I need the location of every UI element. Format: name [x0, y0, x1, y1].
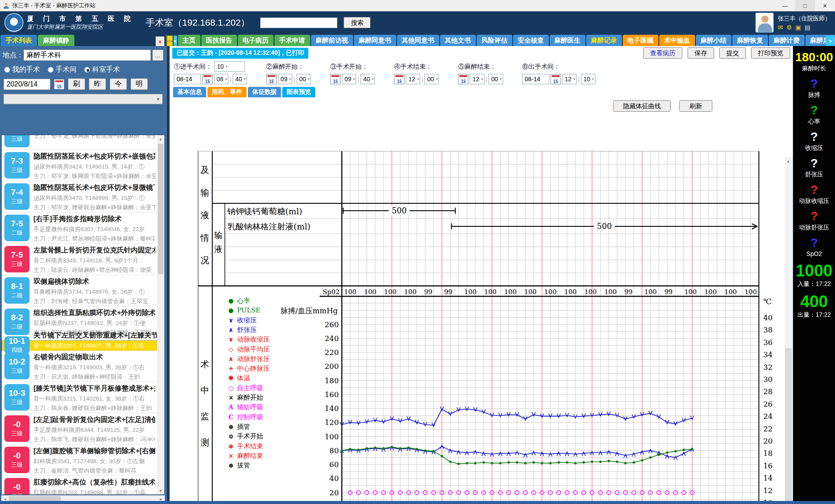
time-group: ③手术开始：1509▾:40▾	[330, 61, 375, 84]
scope-radio-group: 我的手术手术间科室手术	[0, 63, 166, 75]
calendar-icon[interactable]: 15	[394, 74, 404, 84]
calendar-icon[interactable]: 15	[458, 74, 468, 84]
tab-麻醉医生[interactable]: 麻醉医生	[550, 35, 585, 46]
date-button-刷[interactable]: 刷	[68, 78, 85, 90]
date-button-今[interactable]: 今	[110, 78, 127, 90]
surgery-list-item[interactable]: -0二级肛瘘切除术+高位（复杂性）肛瘘挂线术肛肠科病房N203, T149098…	[2, 476, 157, 495]
minute-select[interactable]: 10▾	[581, 74, 595, 84]
surgery-list-item[interactable]: -0三级[左侧]腹腔镜下单侧输卵管切除术+[右侧]妇科病房3541, T1274…	[2, 444, 157, 476]
sidebar-close-icon[interactable]: x	[156, 36, 164, 46]
nav-more-button[interactable]: ⋯	[167, 36, 173, 46]
scroll-up-icon[interactable]: ▲	[157, 135, 164, 143]
maximize-button[interactable]: □	[795, 0, 815, 11]
surgery-sidebar: 手术列表 麻醉镇静 x 地点： … 我的手术手术间科室手术 2020/8/14 …	[0, 34, 167, 504]
minute-select[interactable]: 00▾	[424, 74, 439, 84]
tab-麻醉恢复[interactable]: 麻醉恢复	[732, 35, 768, 46]
radio-科室手术[interactable]: 科室手术	[84, 65, 120, 74]
chart-vertical-scrollbar[interactable]: ▲	[785, 157, 792, 503]
date-button-明[interactable]: 明	[130, 78, 148, 90]
location-browse-button[interactable]: …	[152, 50, 164, 61]
surgery-list-item[interactable]: 7-4三级隐匿性阴茎延长术+包皮环切术+显微镜下泌尿外科病房3470, T148…	[2, 181, 157, 212]
nav-scroll-left-button[interactable]: <	[174, 36, 177, 46]
svg-text:C: C	[228, 414, 233, 421]
report-icon[interactable]: ▤	[805, 24, 810, 30]
room-select[interactable]: 10▾	[214, 61, 245, 72]
list-vertical-scrollbar[interactable]: ▲ ▼	[157, 135, 164, 494]
toolbar-button-提交[interactable]: 提交	[719, 47, 746, 59]
surgery-list-item[interactable]: 10-3三级[膝关节镜]关节镜下半月板修整成形术+关骨一科病房3215, T14…	[2, 382, 157, 413]
minute-select[interactable]: 40▾	[361, 74, 375, 84]
tab-其他同意书[interactable]: 其他同意书	[397, 35, 439, 46]
surgery-list-item[interactable]: 7-5二级[右手]手拇指多指畸形切除术手足显微外科病房6307, T149046…	[2, 212, 157, 244]
tab-麻醉前访视[interactable]: 麻醉前访视	[311, 35, 353, 46]
chart-scroll-up-icon[interactable]: ▲	[785, 157, 792, 165]
close-button[interactable]: ✕	[815, 0, 835, 11]
calendar-icon[interactable]: 15	[202, 74, 213, 84]
scroll-down-icon[interactable]: ▼	[157, 487, 164, 494]
surgery-list-item[interactable]: -0三级[左足]趾骨骨折复位内固定术+[左足]清创手足显微外科病房6344, T…	[2, 413, 157, 444]
date-field[interactable]: 08-14	[522, 74, 549, 84]
hour-select[interactable]: 12▾	[470, 74, 484, 84]
hour-select[interactable]: 08▾	[214, 74, 228, 84]
surgery-list-item[interactable]: 8-1二级双侧扁桃体切除术耳鼻喉科病房3734, T148976, 女, 26岁…	[2, 275, 157, 306]
subtab-用药、事件[interactable]: 用药、事件	[207, 87, 247, 97]
gear-icon[interactable]: ⚙	[786, 24, 792, 30]
tab-anesthesia-sedation[interactable]: 麻醉镇静	[38, 35, 74, 46]
minute-select[interactable]: 40▾	[233, 74, 247, 84]
hour-select[interactable]: 09▾	[278, 74, 292, 84]
calendar-icon[interactable]: 15	[266, 74, 277, 84]
tab-电子医嘱[interactable]: 电子医嘱	[623, 35, 658, 46]
date-field[interactable]: 08-14	[174, 74, 201, 84]
tab-麻醉计费[interactable]: 麻醉计费	[769, 35, 805, 46]
calendar-icon[interactable]: 15	[551, 74, 561, 84]
tab-麻醉记录[interactable]: 麻醉记录	[586, 35, 622, 46]
tab-医技报告[interactable]: 医技报告	[201, 35, 237, 46]
subtab-体征数据[interactable]: 体征数据	[248, 87, 281, 97]
tab-风险评估[interactable]: 风险评估	[477, 35, 512, 46]
minute-select[interactable]: 00▾	[297, 74, 311, 84]
calendar-icon[interactable]: 15	[330, 74, 341, 84]
radio-我的手术[interactable]: 我的手术	[4, 65, 40, 74]
mail-icon[interactable]: ✉	[778, 24, 783, 30]
date-button-昨[interactable]: 昨	[89, 78, 106, 90]
surgery-list-item[interactable]: 10-1四级关节镜下左后交叉韧带重建术+[左膝关节骨一科病房3207, T145…	[2, 340, 157, 351]
surgery-list-item[interactable]: 7-2三级泌尿外科病房3409, T149000, 男, 12岁2个主刀：邬宇龙…	[2, 135, 157, 150]
hide-curve-button[interactable]: 隐藏体征曲线	[613, 100, 671, 112]
svg-text:液: 液	[200, 210, 209, 220]
tab-术中输血[interactable]: 术中输血	[659, 35, 695, 46]
svg-text:100: 100	[364, 288, 377, 296]
tab-surgery-list[interactable]: 手术列表	[0, 35, 37, 46]
hour-select[interactable]: 09▾	[342, 74, 356, 84]
subtab-图表预览[interactable]: 图表预览	[282, 87, 315, 97]
tab-主页[interactable]: 主页	[178, 35, 200, 46]
toolbar-button-保存[interactable]: 保存	[688, 47, 714, 59]
tab-麻醉小结[interactable]: 麻醉小结	[696, 35, 731, 46]
filter-dropdown[interactable]: ▼	[3, 94, 163, 104]
refresh-button[interactable]: 刷新	[679, 100, 712, 112]
hour-select[interactable]: 12▾	[406, 74, 420, 84]
toolbar-button-查看病历[interactable]: 查看病历	[643, 47, 682, 59]
svg-text:500: 500	[392, 206, 407, 215]
tab-手术申请[interactable]: 手术申请	[274, 35, 310, 46]
surgery-list-item[interactable]: 7-5三级左肱骨髁上骨折切开复位克氏针内固定术骨二科病房3349, T14911…	[2, 244, 157, 275]
minute-select[interactable]: 00▾	[488, 74, 503, 84]
subtab-基本信息[interactable]: 基本信息	[173, 87, 206, 97]
location-input[interactable]	[23, 50, 151, 61]
svg-text:∨: ∨	[228, 336, 233, 343]
coins-icon[interactable]: ▣	[795, 24, 801, 30]
surgery-list-item[interactable]: 7-3三级隐匿性阴茎延长术+包皮环切术+嵌顿包茎泌尿外科病房3424, T149…	[2, 150, 157, 181]
tab-麻醉同意书[interactable]: 麻醉同意书	[354, 35, 396, 46]
nav-scroll-right-button[interactable]: >	[826, 36, 835, 46]
date-input[interactable]: 2020/8/14	[3, 79, 50, 90]
minimize-button[interactable]: —	[775, 0, 795, 11]
radio-手术间[interactable]: 手术间	[48, 65, 77, 74]
tab-其他文书[interactable]: 其他文书	[440, 35, 476, 46]
tab-电子病历[interactable]: 电子病历	[238, 35, 274, 46]
tab-安全核查[interactable]: 安全核查	[513, 35, 549, 46]
surgery-list-item[interactable]: 10-2三级右锁骨内固定物取出术骨一科病房3219, T149003, 男, 3…	[2, 351, 157, 382]
hour-select[interactable]: 12▾	[562, 74, 577, 84]
toolbar-button-打印预览[interactable]: 打印预览	[751, 47, 790, 59]
search-button[interactable]: 搜索	[344, 17, 371, 28]
search-input[interactable]	[260, 17, 337, 28]
calendar-icon[interactable]: 15	[54, 79, 64, 90]
